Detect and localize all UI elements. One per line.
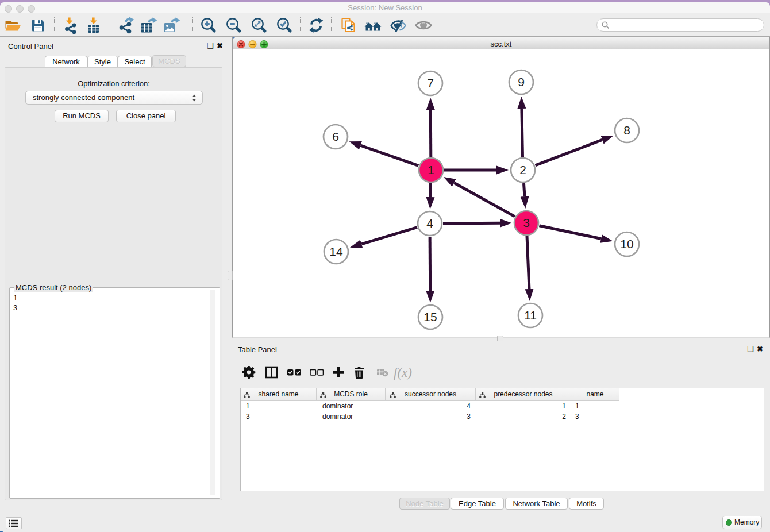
svg-text:8: 8 <box>623 124 630 137</box>
svg-text:4: 4 <box>426 217 433 230</box>
svg-text:1: 1 <box>428 163 434 176</box>
svg-text:3: 3 <box>523 216 530 229</box>
svg-text:15: 15 <box>424 310 437 323</box>
svg-text:6: 6 <box>332 130 339 143</box>
svg-text:14: 14 <box>329 245 343 258</box>
svg-text:f(x): f(x) <box>394 365 412 380</box>
svg-text:9: 9 <box>518 75 525 88</box>
svg-text:2: 2 <box>519 163 526 176</box>
svg-text:10: 10 <box>620 237 633 250</box>
svg-text:7: 7 <box>427 76 434 90</box>
svg-text:11: 11 <box>524 309 537 322</box>
